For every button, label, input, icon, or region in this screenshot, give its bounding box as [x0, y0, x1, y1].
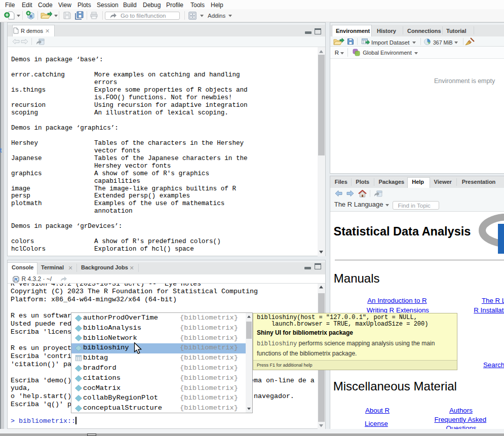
svg-text:R: R: [14, 276, 18, 282]
